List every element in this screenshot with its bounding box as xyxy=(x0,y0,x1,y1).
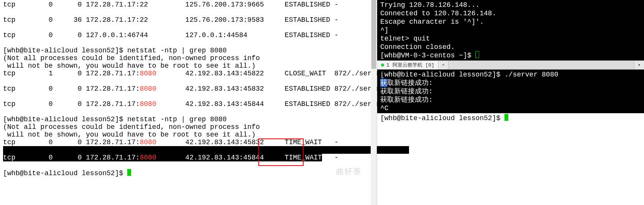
scrollbar-thumb[interactable] xyxy=(371,0,376,69)
port-highlight: 8080 xyxy=(140,100,156,108)
cursor-icon xyxy=(475,51,479,58)
warning-line: (Not all processes could be identified, … xyxy=(3,54,260,62)
shell-command: netstat -ntp | grep 8080 xyxy=(127,116,227,123)
warning-line: will not be shown, you would have to be … xyxy=(3,62,256,70)
shell-prompt: [whb@bite-alicloud lesson52]$ xyxy=(3,47,127,54)
shell-prompt: [whb@VM-0-3-centos ~]$ xyxy=(380,52,475,59)
tab-menu-button[interactable]: ▾ xyxy=(634,61,644,69)
server-output: [whb@bite-alicloud lesson52]$ ./server 8… xyxy=(380,70,641,112)
shell-prompt: [whb@bite-alicloud lesson52]$ xyxy=(380,114,504,122)
net-row: tcp 0 0 172.28.71.17:22 125.76.200.173:9… xyxy=(3,1,338,8)
tab-label: 1 阿里云教学机 [0] xyxy=(386,62,434,68)
selected-row-bg xyxy=(3,146,409,154)
watermark-text: 曲轩墨 xyxy=(336,168,361,175)
add-tab-button[interactable]: + xyxy=(439,61,449,69)
port-highlight: 8080 xyxy=(140,154,156,161)
cursor-icon xyxy=(127,169,131,176)
shell-prompt: [whb@bite-alicloud lesson52]$ xyxy=(3,169,127,177)
telnet-output: Trying 120.78.126.148... Connected to 12… xyxy=(380,1,641,60)
status-dot-icon xyxy=(381,63,384,67)
port-highlight: 8080 xyxy=(140,138,156,146)
port-highlight: 8080 xyxy=(140,85,156,93)
annotation-box xyxy=(258,138,304,166)
net-row: tcp 1 0 172.28.71.17:8080 42.192.83.143:… xyxy=(3,70,384,77)
net-row: tcp 0 0 127.0.0.1:46744 127.0.0.1:44584 … xyxy=(3,31,338,39)
tab-session-1[interactable]: 1 阿里云教学机 [0] xyxy=(377,61,439,69)
plus-icon: + xyxy=(442,62,445,68)
net-row: tcp 0 0 172.28.71.17:8080 42.192.83.143:… xyxy=(3,85,384,93)
terminal-output-top: tcp 0 0 172.28.71.17:22 125.76.200.173:9… xyxy=(3,1,374,177)
right-pane: Trying 120.78.126.148... Connected to 12… xyxy=(377,0,644,205)
cursor-icon xyxy=(504,114,508,121)
tab-bar: 1 阿里云教学机 [0] + ▾ xyxy=(377,60,644,70)
shell-prompt: [whb@bite-alicloud lesson52]$ xyxy=(380,71,504,78)
right-bottom-terminal[interactable]: [whb@bite-alicloud lesson52]$ xyxy=(377,113,644,205)
vertical-scrollbar[interactable] xyxy=(371,0,377,205)
shell-command: ./server 8080 xyxy=(504,71,558,78)
right-mid-terminal[interactable]: [whb@bite-alicloud lesson52]$ ./server 8… xyxy=(377,70,644,113)
warning-line: (Not all processes could be identified, … xyxy=(3,123,260,131)
net-row: tcp 0 36 172.28.71.17:22 125.76.200.173:… xyxy=(3,16,338,24)
left-terminal[interactable]: tcp 0 0 172.28.71.17:22 125.76.200.173:9… xyxy=(0,0,377,205)
shell-prompt: [whb@bite-alicloud lesson52]$ xyxy=(3,116,127,123)
shell-command: netstat -ntp | grep 8080 xyxy=(127,47,227,54)
right-top-terminal[interactable]: Trying 120.78.126.148... Connected to 12… xyxy=(377,0,644,60)
shell-line: [whb@bite-alicloud lesson52]$ xyxy=(380,114,641,122)
port-highlight: 8080 xyxy=(140,70,156,77)
warning-line: will not be shown, you would have to be … xyxy=(3,131,256,138)
net-row: tcp 0 0 172.28.71.17:8080 42.192.83.143:… xyxy=(3,100,384,108)
chevron-down-icon: ▾ xyxy=(638,62,641,68)
